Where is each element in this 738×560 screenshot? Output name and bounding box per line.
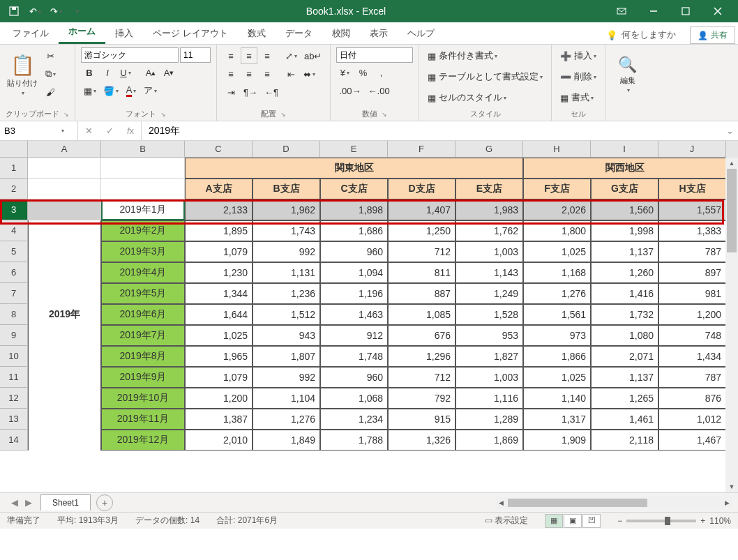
- ribbon-options-icon[interactable]: [605, 0, 638, 22]
- data-cell-3-3[interactable]: 1,407: [388, 199, 455, 220]
- shop-header-7[interactable]: H支店: [658, 179, 726, 199]
- data-cell-7-1[interactable]: 1,236: [253, 283, 320, 304]
- month-cell-8[interactable]: 2019年9月: [101, 367, 185, 388]
- data-cell-8-2[interactable]: 1,463: [320, 304, 388, 325]
- align-top-button[interactable]: ≡: [223, 47, 239, 64]
- cell-A13[interactable]: [28, 409, 101, 430]
- rtl-button[interactable]: ←¶: [262, 84, 281, 100]
- data-cell-9-2[interactable]: 912: [320, 325, 388, 346]
- align-launcher[interactable]: ↘: [280, 111, 286, 118]
- font-color-button[interactable]: A▾: [123, 82, 140, 99]
- data-cell-14-4[interactable]: 1,869: [455, 430, 523, 451]
- paste-button[interactable]: 📋 貼り付け ▾: [6, 47, 39, 102]
- wrap-text-button[interactable]: ab↵: [301, 47, 324, 64]
- data-cell-12-4[interactable]: 1,116: [455, 388, 523, 409]
- vertical-scrollbar[interactable]: ▲ ▼: [725, 158, 738, 492]
- name-box-input[interactable]: [4, 126, 60, 136]
- col-header-A[interactable]: A: [28, 141, 101, 158]
- data-cell-13-3[interactable]: 915: [388, 409, 455, 430]
- sheet-tab-1[interactable]: Sheet1: [40, 494, 91, 510]
- font-launcher[interactable]: ↘: [160, 111, 166, 118]
- data-cell-9-7[interactable]: 748: [658, 325, 726, 346]
- data-cell-5-0[interactable]: 1,079: [185, 241, 253, 262]
- row-header-11[interactable]: 11: [0, 367, 28, 388]
- cell-A6[interactable]: [28, 262, 101, 283]
- data-cell-5-4[interactable]: 1,003: [455, 241, 523, 262]
- increase-decimal-button[interactable]: .00→: [336, 82, 363, 99]
- tab-home[interactable]: ホーム: [59, 21, 105, 44]
- month-cell-3[interactable]: 2019年4月: [101, 262, 185, 283]
- align-center-button[interactable]: ≡: [241, 66, 257, 82]
- tab-insert[interactable]: 挿入: [105, 23, 143, 44]
- clipboard-launcher[interactable]: ↘: [63, 111, 69, 118]
- data-cell-11-5[interactable]: 1,025: [523, 367, 591, 388]
- scroll-down-button[interactable]: ▼: [725, 481, 738, 492]
- select-all-corner[interactable]: [0, 141, 28, 158]
- data-cell-7-6[interactable]: 1,416: [591, 283, 658, 304]
- month-cell-10[interactable]: 2019年11月: [101, 409, 185, 430]
- enter-formula-button[interactable]: ✓: [99, 121, 120, 140]
- row-header-9[interactable]: 9: [0, 325, 28, 346]
- data-cell-5-5[interactable]: 1,025: [523, 241, 591, 262]
- cell-A12[interactable]: [28, 388, 101, 409]
- data-cell-11-0[interactable]: 1,079: [185, 367, 253, 388]
- orientation-button[interactable]: ⤢▾: [283, 47, 300, 64]
- data-cell-7-7[interactable]: 981: [658, 283, 726, 304]
- cell-A1[interactable]: [28, 158, 101, 179]
- data-cell-7-3[interactable]: 887: [388, 283, 455, 304]
- month-cell-7[interactable]: 2019年8月: [101, 346, 185, 367]
- cut-button[interactable]: ✂: [42, 47, 59, 64]
- cell-styles-button[interactable]: ▦ セルのスタイル▾: [425, 89, 509, 106]
- underline-button[interactable]: U▾: [117, 64, 134, 81]
- data-cell-6-4[interactable]: 1,143: [455, 262, 523, 283]
- expand-formula-bar[interactable]: ⌄: [721, 121, 738, 140]
- data-cell-11-7[interactable]: 787: [658, 367, 726, 388]
- bold-button[interactable]: B: [81, 64, 98, 81]
- data-cell-14-6[interactable]: 2,118: [591, 430, 658, 451]
- zoom-level[interactable]: 110%: [709, 516, 731, 526]
- data-cell-3-4[interactable]: 1,983: [455, 199, 523, 220]
- data-cell-10-5[interactable]: 1,866: [523, 346, 591, 367]
- sheet-nav-next[interactable]: ▶: [22, 497, 35, 508]
- data-cell-3-0[interactable]: 2,133: [185, 199, 253, 220]
- data-cell-12-5[interactable]: 1,140: [523, 388, 591, 409]
- data-cell-6-3[interactable]: 811: [388, 262, 455, 283]
- data-cell-8-4[interactable]: 1,528: [455, 304, 523, 325]
- region-kansai[interactable]: 関西地区: [523, 158, 726, 179]
- month-cell-6[interactable]: 2019年7月: [101, 325, 185, 346]
- data-cell-14-7[interactable]: 1,467: [658, 430, 726, 451]
- data-cell-13-0[interactable]: 1,387: [185, 409, 253, 430]
- tab-help[interactable]: ヘルプ: [398, 23, 444, 44]
- row-header-1[interactable]: 1: [0, 158, 28, 179]
- data-cell-9-0[interactable]: 1,025: [185, 325, 253, 346]
- normal-view-button[interactable]: ▦: [545, 514, 563, 528]
- col-header-G[interactable]: G: [455, 141, 523, 158]
- number-launcher[interactable]: ↘: [382, 111, 387, 118]
- data-cell-9-6[interactable]: 1,080: [591, 325, 658, 346]
- row-header-6[interactable]: 6: [0, 262, 28, 283]
- cell-A11[interactable]: [28, 367, 101, 388]
- add-sheet-button[interactable]: +: [96, 494, 113, 511]
- data-cell-13-1[interactable]: 1,276: [253, 409, 320, 430]
- fx-button[interactable]: fx: [120, 121, 141, 140]
- data-cell-8-0[interactable]: 1,644: [185, 304, 253, 325]
- conditional-format-button[interactable]: ▦ 条件付き書式▾: [425, 47, 500, 64]
- comma-button[interactable]: ,: [372, 64, 389, 81]
- month-cell-5[interactable]: 2019年6月: [101, 304, 185, 325]
- decrease-decimal-button[interactable]: ←.00: [366, 82, 393, 99]
- cell-A9[interactable]: [28, 325, 101, 346]
- insert-cells-button[interactable]: ➕ 挿入▾: [557, 47, 599, 64]
- data-cell-6-1[interactable]: 1,131: [253, 262, 320, 283]
- row-header-5[interactable]: 5: [0, 241, 28, 262]
- data-cell-4-4[interactable]: 1,762: [455, 220, 523, 241]
- data-cell-10-1[interactable]: 1,807: [253, 346, 320, 367]
- tab-view[interactable]: 表示: [360, 23, 398, 44]
- data-cell-11-1[interactable]: 992: [253, 367, 320, 388]
- tab-data[interactable]: データ: [276, 23, 322, 44]
- col-header-F[interactable]: F: [388, 141, 455, 158]
- data-cell-5-2[interactable]: 960: [320, 241, 388, 262]
- data-cell-14-5[interactable]: 1,909: [523, 430, 591, 451]
- close-button[interactable]: [702, 0, 734, 22]
- data-cell-7-5[interactable]: 1,276: [523, 283, 591, 304]
- cell-A14[interactable]: [28, 430, 101, 451]
